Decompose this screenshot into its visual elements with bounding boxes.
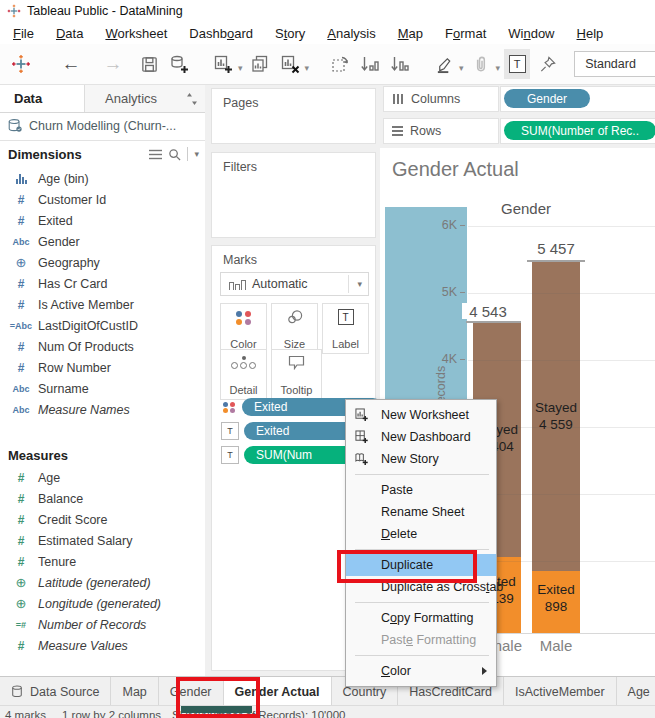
columns-shelf[interactable]: Gender — [500, 86, 655, 112]
pages-shelf[interactable]: Pages — [211, 88, 376, 144]
fix-axes-button[interactable] — [534, 49, 560, 79]
undo-button[interactable]: ← — [52, 49, 90, 79]
menu-item-label: New Dashboard — [381, 430, 471, 444]
field-surname[interactable]: AbcSurname — [0, 378, 205, 399]
dimensions-title: Dimensions — [8, 147, 82, 162]
tableau-home-icon[interactable] — [8, 49, 34, 79]
dimensions-menu-caret[interactable]: ▾ — [194, 149, 199, 159]
field-num-of-products[interactable]: #Num Of Products — [0, 336, 205, 357]
menubar-map[interactable]: Map — [387, 24, 434, 43]
field-lastdigitofcustid[interactable]: =AbcLastDigitOfCustID — [0, 315, 205, 336]
filters-shelf[interactable]: Filters — [211, 152, 376, 238]
field-geography[interactable]: ⊕Geography — [0, 252, 205, 273]
field-latitude-generated[interactable]: ⊕Latitude (generated) — [0, 572, 205, 593]
swap-rows-columns-button[interactable] — [327, 49, 353, 79]
field-has-cr-card[interactable]: #Has Cr Card — [0, 273, 205, 294]
rows-shelf[interactable]: SUM(Number of Rec.. — [500, 118, 655, 144]
rows-pill-sum-records[interactable]: SUM(Number of Rec.. — [504, 121, 655, 140]
shelf-area: Columns Gender Rows SUM(Number of Rec.. — [380, 85, 655, 148]
sheet-tab-gender[interactable]: Gender — [159, 677, 224, 706]
context-menu-item-duplicate[interactable]: Duplicate — [346, 554, 496, 576]
columns-pill-gender[interactable]: Gender — [504, 89, 590, 108]
menubar-worksheet[interactable]: Worksheet — [94, 24, 178, 43]
menubar-data[interactable]: Data — [45, 24, 94, 43]
clear-sheet-dropdown-caret[interactable]: ▾ — [305, 63, 310, 73]
field-number-of-records[interactable]: =#Number of Records — [0, 614, 205, 635]
sheet-tab-isactivemember[interactable]: IsActiveMember — [504, 677, 617, 706]
rows-shelf-label: Rows — [383, 118, 499, 144]
context-menu-item-new-story[interactable]: New Story — [346, 448, 496, 470]
field-credit-score[interactable]: #Credit Score — [0, 509, 205, 530]
rows-pill-label: SUM(Number of Rec.. — [521, 124, 639, 138]
save-button[interactable] — [136, 49, 162, 79]
menubar-help[interactable]: Help — [566, 24, 615, 43]
context-menu-item-paste[interactable]: Paste — [346, 479, 496, 501]
group-members-button[interactable] — [468, 49, 494, 79]
context-menu-item-rename-sheet[interactable]: Rename Sheet — [346, 501, 496, 523]
context-menu-item-new-worksheet[interactable]: New Worksheet — [346, 404, 496, 426]
pane-swap-icon[interactable] — [187, 93, 197, 105]
field-label: Credit Score — [38, 513, 107, 527]
duplicate-sheet-button[interactable] — [247, 49, 273, 79]
field-customer-id[interactable]: #Customer Id — [0, 189, 205, 210]
sheet-tab-gender-actual[interactable]: Gender Actual — [224, 677, 332, 706]
field-age-bin[interactable]: Age (bin) — [0, 168, 205, 189]
context-menu-item-copy-formatting[interactable]: Copy Formatting — [346, 607, 496, 629]
label-button[interactable]: T Label — [322, 303, 369, 354]
field-age[interactable]: #Age — [0, 467, 205, 488]
size-button[interactable]: Size — [271, 303, 318, 354]
new-data-source-button[interactable] — [166, 49, 192, 79]
menubar-dashboard[interactable]: Dashboard — [178, 24, 264, 43]
field-measure-values[interactable]: #Measure Values — [0, 635, 205, 656]
highlight-button[interactable] — [431, 49, 457, 79]
sort-ascending-button[interactable] — [357, 49, 383, 79]
find-field-icon[interactable] — [168, 148, 181, 161]
tab-analytics[interactable]: Analytics — [84, 85, 205, 112]
mark-type-dropdown[interactable]: Automatic ▾ — [220, 272, 369, 296]
menu-item-label: Duplicate as Crosstab — [381, 580, 503, 594]
color-button[interactable]: Color — [220, 303, 267, 354]
context-menu-item-duplicate-as-crosstab[interactable]: Duplicate as Crosstab — [346, 576, 496, 598]
menubar-format[interactable]: Format — [434, 24, 497, 43]
menubar-window[interactable]: Window — [497, 24, 565, 43]
field-label: Age — [38, 471, 60, 485]
tab-data[interactable]: Data — [0, 85, 84, 112]
datasource-row[interactable]: Churn Modelling (Churn-... — [0, 112, 212, 141]
field-measure-names[interactable]: AbcMeasure Names — [0, 399, 205, 420]
new-worksheet-button[interactable] — [210, 49, 236, 79]
new-worksheet-dropdown-caret[interactable]: ▾ — [238, 63, 243, 73]
field-gender[interactable]: AbcGender — [0, 231, 205, 252]
field-label: Customer Id — [38, 193, 106, 207]
field-longitude-generated[interactable]: ⊕Longitude (generated) — [0, 593, 205, 614]
clear-sheet-button[interactable] — [277, 49, 303, 79]
redo-button[interactable]: → — [94, 49, 132, 79]
fit-dropdown[interactable]: Standard — [574, 51, 655, 77]
field-row-number[interactable]: #Row Number — [0, 357, 205, 378]
menubar-analysis[interactable]: Analysis — [316, 24, 386, 43]
context-menu-item-delete[interactable]: Delete — [346, 523, 496, 545]
field-tenure[interactable]: #Tenure — [0, 551, 205, 572]
context-menu-item-color[interactable]: Color — [346, 660, 496, 682]
field-balance[interactable]: #Balance — [0, 488, 205, 509]
columns-shelf-label: Columns — [383, 86, 499, 112]
tooltip-button[interactable]: Tooltip — [271, 349, 322, 400]
context-menu-item-new-dashboard[interactable]: New Dashboard — [346, 426, 496, 448]
view-as-list-icon[interactable] — [149, 149, 162, 160]
total-label-female: 4 543 — [462, 303, 514, 319]
sheet-tab-label: Map — [122, 685, 146, 699]
show-mark-labels-button[interactable]: T — [504, 49, 530, 79]
title-bar: Tableau Public - DataMining — [0, 0, 655, 22]
sort-descending-button[interactable] — [387, 49, 413, 79]
total-label-male: 5 457 — [527, 240, 585, 256]
sheet-tab-data-source[interactable]: Data Source — [0, 677, 111, 706]
menubar-file[interactable]: File — [2, 24, 45, 43]
menubar-story[interactable]: Story — [264, 24, 316, 43]
sheet-tab-map[interactable]: Map — [111, 677, 158, 706]
group-members-dropdown-caret[interactable]: ▾ — [496, 63, 501, 73]
field-exited[interactable]: #Exited — [0, 210, 205, 231]
field-estimated-salary[interactable]: #Estimated Salary — [0, 530, 205, 551]
highlight-dropdown-caret[interactable]: ▾ — [459, 63, 464, 73]
detail-button[interactable]: Detail — [220, 349, 267, 400]
sheet-tab-age[interactable]: Age — [617, 677, 655, 706]
field-is-active-member[interactable]: #Is Active Member — [0, 294, 205, 315]
